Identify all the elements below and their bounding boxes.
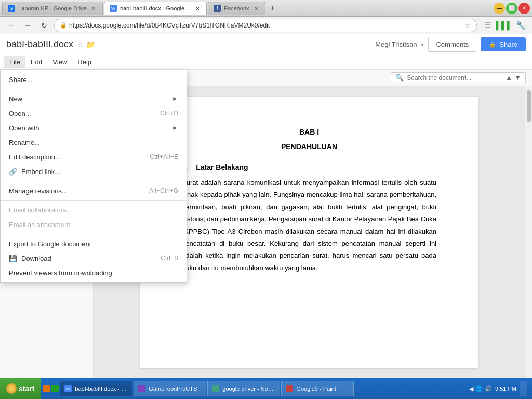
doc-header: babI-babIII.docx ☆ 📁 Megi Tristisan ▾ Co…	[0, 34, 532, 55]
export-label: Export to Google document	[9, 240, 178, 248]
menu-item-edit-desc[interactable]: Edit description... Ctrl+Alt+E	[1, 150, 187, 164]
search-arrows: ▲ ▼	[506, 74, 521, 82]
address-bar[interactable]	[69, 22, 464, 29]
taskbar-item-paint-label: Google9 - Paint	[296, 385, 336, 392]
menu-item-export[interactable]: Export to Google document	[1, 236, 187, 251]
taskbar-item-game-label: GameTeoriPraUTS	[149, 385, 197, 392]
doc-title: babI-babIII.docx	[6, 39, 73, 50]
app-area: babI-babIII.docx ☆ 📁 Megi Tristisan ▾ Co…	[0, 34, 532, 378]
menu-item-new[interactable]: New ►	[1, 91, 187, 106]
link-icon: 🔗	[9, 168, 19, 176]
taskbar-item-game[interactable]: GameTeoriPraUTS	[134, 381, 206, 396]
taskbar-item-notepad-label: google driver - Notepad	[222, 385, 274, 392]
open-with-label: Open with	[9, 124, 172, 132]
show-desktop-button[interactable]	[520, 381, 527, 396]
scrollbar-thumb[interactable]	[527, 90, 531, 122]
taskbar-item-paint[interactable]: Google9 - Paint	[281, 381, 354, 396]
save-icon: 💾	[9, 255, 19, 262]
restore-button[interactable]: ⬜	[506, 3, 517, 14]
menu-help[interactable]: Help	[72, 56, 97, 68]
embed-label: Embed link...	[21, 168, 178, 176]
taskbar-items: W babI-babIII.docx - G... GameTeoriPraUT…	[41, 381, 464, 396]
search-next-button[interactable]: ▼	[514, 74, 521, 82]
separator-1	[1, 89, 187, 89]
doc-page-title: BAB I	[182, 128, 436, 136]
share-button[interactable]: 🔒 Share	[481, 37, 526, 51]
share-lock-icon: 🔒	[489, 41, 496, 48]
menu-item-embed[interactable]: 🔗 Embed link...	[1, 164, 187, 179]
extensions-button[interactable]: ☰	[480, 18, 495, 33]
new-tab-button[interactable]: +	[267, 2, 279, 15]
start-label: start	[19, 384, 34, 393]
taskbar-item-doc-label: babI-babIII.docx - G...	[75, 385, 127, 392]
tab-close-drive[interactable]: ✕	[90, 5, 97, 12]
taskbar-item-game-icon	[138, 385, 145, 392]
search-prev-button[interactable]: ▲	[506, 74, 512, 82]
email-attach-label: Email as attachment...	[9, 221, 178, 229]
taskbar: start W babI-babIII.docx - G... GameTeor…	[0, 378, 532, 399]
menu-item-share[interactable]: Share...	[1, 72, 187, 87]
menu-item-prevent-download[interactable]: Prevent viewers from downloading	[1, 265, 187, 280]
menu-item-manage-revisions[interactable]: Manage revisions... Alt+Ctrl+G	[1, 183, 187, 198]
menu-item-open[interactable]: Open... Ctrl+O	[1, 106, 187, 121]
back-button[interactable]: ←	[4, 19, 18, 32]
tab-facebook[interactable]: f Facebook ✕	[208, 2, 265, 15]
start-button[interactable]: start	[0, 378, 41, 399]
edit-desc-label: Edit description...	[9, 153, 139, 161]
doc-page-subtitle: PENDAHULUAN	[182, 142, 436, 151]
bookmark-star-icon[interactable]: ☆	[464, 21, 471, 30]
close-button[interactable]: ✕	[518, 3, 530, 14]
wrench-icon[interactable]: 🔧	[513, 18, 528, 33]
tab-close-doc[interactable]: ✕	[194, 5, 201, 12]
separator-4	[1, 234, 187, 234]
minimize-button[interactable]: —	[494, 3, 505, 14]
menu-view[interactable]: View	[47, 56, 72, 68]
clock-display: 9:51 PM	[495, 385, 516, 392]
user-dropdown-icon[interactable]: ▾	[421, 41, 424, 48]
clock-time: 9:51 PM	[495, 385, 516, 392]
tab-doc[interactable]: W babI-babIII.docx - Google ... ✕	[104, 2, 207, 15]
taskbar-item-notepad[interactable]: google driver - Notepad	[207, 381, 280, 396]
doc-folder-icon[interactable]: 📁	[86, 41, 95, 49]
systray: ◀ 🌐 🔊 9:51 PM	[464, 381, 532, 396]
browser-window: G Laporan KP - Google Drive ✕ W babI-bab…	[0, 0, 532, 378]
user-name[interactable]: Megi Tristisan	[375, 41, 417, 48]
scrollbar-track[interactable]	[525, 86, 532, 378]
new-arrow-icon: ►	[172, 95, 178, 102]
taskbar-item-doc[interactable]: W babI-babIII.docx - G...	[60, 381, 132, 396]
doc-header-right: Megi Tristisan ▾ Comments 🔒 Share	[375, 37, 526, 52]
forward-button[interactable]: →	[21, 19, 34, 32]
tab-favicon-drive: G	[8, 5, 15, 12]
menu-item-rename[interactable]: Rename...	[1, 135, 187, 150]
menu-item-email-collab: Email collaborators...	[1, 203, 187, 217]
edit-desc-shortcut: Ctrl+Alt+E	[150, 153, 178, 161]
menu-item-download[interactable]: 💾 Download Ctrl+S	[1, 251, 187, 265]
tab-close-facebook[interactable]: ✕	[252, 5, 260, 12]
systray-arrow-icon[interactable]: ◀	[469, 385, 473, 392]
tab-drive[interactable]: G Laporan KP - Google Drive ✕	[2, 2, 103, 15]
systray-volume-icon: 🔊	[485, 385, 492, 392]
separator-2	[1, 181, 187, 181]
menu-file[interactable]: File	[4, 56, 25, 68]
browser-toolbar-right: ☰ ▌▌▌ 🔧	[480, 18, 528, 33]
lock-icon: 🔒	[60, 22, 67, 29]
menu-edit[interactable]: Edit	[25, 56, 47, 68]
comments-button[interactable]: Comments	[428, 37, 476, 52]
email-collab-label: Email collaborators...	[9, 206, 178, 214]
section-title: Latar Belakang	[196, 163, 248, 171]
taskbar-item-paint-icon	[286, 385, 293, 392]
bar-chart-icon: ▌▌▌	[497, 18, 511, 33]
menu-bar: File Edit View Help Share... New ► Open.…	[0, 55, 532, 70]
file-dropdown-menu: Share... New ► Open... Ctrl+O Open with …	[0, 70, 187, 283]
menu-item-email-attach: Email as attachment...	[1, 217, 187, 232]
menu-item-open-with[interactable]: Open with ►	[1, 121, 187, 135]
new-label: New	[9, 95, 172, 103]
tab-label-doc: babI-babIII.docx - Google ...	[120, 5, 191, 11]
taskbar-icon-ie	[43, 385, 50, 392]
refresh-button[interactable]: ↻	[37, 19, 51, 32]
doc-star-icon[interactable]: ☆	[77, 41, 84, 49]
tab-label-drive: Laporan KP - Google Drive	[18, 5, 87, 11]
download-label: Download	[21, 255, 150, 262]
doc-search-input[interactable]	[407, 74, 500, 82]
tab-bar: G Laporan KP - Google Drive ✕ W babI-bab…	[0, 0, 532, 17]
